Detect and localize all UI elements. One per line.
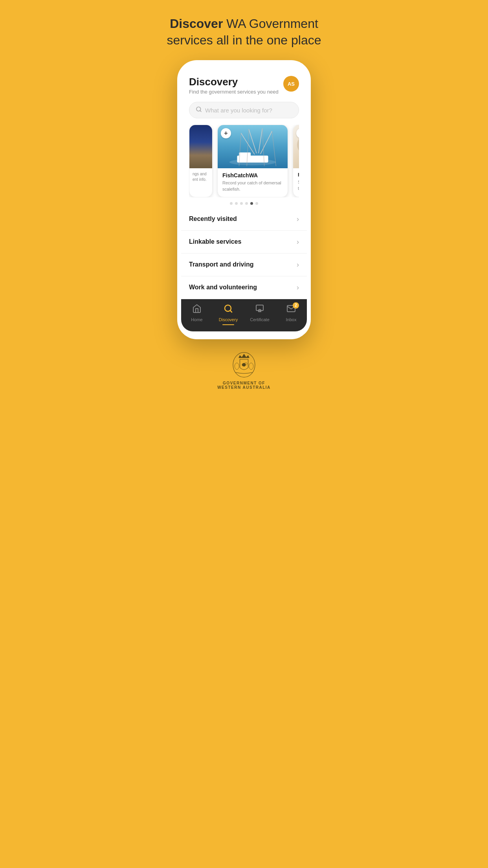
dot-5 xyxy=(250,202,253,205)
app-subtitle: Find the government services you need xyxy=(189,89,279,95)
dot-1 xyxy=(230,202,233,205)
menu-list: Recently visited › Linkable services › T… xyxy=(181,208,307,299)
svg-rect-4 xyxy=(239,153,251,156)
menu-item-work-volunteering[interactable]: Work and volunteering › xyxy=(181,276,307,299)
search-container: What are you looking for? xyxy=(181,99,307,125)
phone-screen: Discovery Find the government services y… xyxy=(181,68,307,331)
gov-line1: GOVERNMENT OF xyxy=(217,381,271,385)
certificate-icon xyxy=(255,304,264,316)
card-desc-fishcatch: Record your catch of demersal scalefish. xyxy=(222,180,283,192)
gov-text: GOVERNMENT OF WESTERN AUSTRALIA xyxy=(217,381,271,390)
svg-point-13 xyxy=(297,135,299,154)
search-placeholder: What are you looking for? xyxy=(205,107,272,114)
dot-4 xyxy=(245,202,248,205)
nav-label-discovery: Discovery xyxy=(219,317,238,322)
menu-label-transport-driving: Transport and driving xyxy=(189,261,253,268)
app-header: Discovery Find the government services y… xyxy=(181,68,307,99)
nav-item-discovery[interactable]: Discovery xyxy=(216,304,240,325)
carousel-dots xyxy=(181,202,307,205)
gov-line2: WESTERN AUSTRALIA xyxy=(217,385,271,390)
svg-line-6 xyxy=(249,129,257,153)
partial-text-1: ngs and xyxy=(193,171,209,177)
svg-point-20 xyxy=(235,363,239,370)
card-body-fuelwa: FuelWa See up to d... xyxy=(293,168,299,196)
card-body-fishcatch: FishCatchWA Record your catch of demersa… xyxy=(218,168,288,197)
partial-text-2: ent info. xyxy=(193,177,209,182)
bottom-nav: Home Discovery xyxy=(181,299,307,331)
card-partial-left: ngs and ent info. xyxy=(189,125,213,197)
nav-active-indicator xyxy=(222,324,234,325)
header-left: Discovery Find the government services y… xyxy=(189,76,279,95)
svg-line-5 xyxy=(241,133,255,154)
carousel-track: ngs and ent info. xyxy=(189,125,299,197)
discovery-icon xyxy=(224,304,233,316)
card-plus-button[interactable]: + xyxy=(221,128,231,138)
nav-item-inbox[interactable]: 2 Inbox xyxy=(279,304,303,325)
nav-item-home[interactable]: Home xyxy=(185,304,209,325)
menu-label-recently-visited: Recently visited xyxy=(189,215,237,223)
chevron-icon-linkable-services: › xyxy=(297,238,299,246)
chevron-icon-recently-visited: › xyxy=(297,215,299,223)
nav-label-inbox: Inbox xyxy=(286,317,297,322)
svg-line-7 xyxy=(259,129,262,153)
carousel: ngs and ent info. xyxy=(181,125,307,197)
card-desc-fuelwa: See up to d... xyxy=(298,179,299,191)
app-title: Discovery xyxy=(189,76,279,88)
menu-label-linkable-services: Linkable services xyxy=(189,238,241,245)
card-fuelwa: + FuelWa See up to d... xyxy=(293,125,299,197)
svg-line-16 xyxy=(230,311,232,312)
svg-point-21 xyxy=(249,363,253,370)
card-name-fuelwa: FuelWa xyxy=(298,172,299,178)
dot-2 xyxy=(235,202,238,205)
home-icon xyxy=(192,304,202,316)
hero-title: Discover WA Government services all in t… xyxy=(146,16,342,48)
avatar[interactable]: AS xyxy=(283,76,299,92)
partial-card-body: ngs and ent info. xyxy=(189,168,212,186)
inbox-badge: 2 xyxy=(293,302,299,309)
chevron-icon-transport-driving: › xyxy=(297,261,299,269)
chevron-icon-work-volunteering: › xyxy=(297,283,299,292)
card-image-wrapper: + xyxy=(218,125,288,168)
phone-mockup: Discovery Find the government services y… xyxy=(177,60,311,339)
nav-label-home: Home xyxy=(191,317,202,322)
svg-line-1 xyxy=(200,110,201,112)
menu-item-linkable-services[interactable]: Linkable services › xyxy=(181,231,307,254)
search-icon xyxy=(196,106,202,114)
svg-line-8 xyxy=(261,131,272,154)
menu-item-transport-driving[interactable]: Transport and driving › xyxy=(181,254,307,276)
svg-rect-3 xyxy=(237,156,268,163)
menu-label-work-volunteering: Work and volunteering xyxy=(189,284,257,291)
dot-6 xyxy=(255,202,258,205)
card-fishcatch[interactable]: + FishCatchWA Record your catch of demer… xyxy=(217,125,288,197)
nav-label-certificate: Certificate xyxy=(250,317,270,322)
nav-item-certificate[interactable]: Certificate xyxy=(248,304,272,325)
dot-3 xyxy=(240,202,243,205)
gov-crest-svg xyxy=(230,351,258,379)
search-bar[interactable]: What are you looking for? xyxy=(189,102,299,118)
inbox-icon: 2 xyxy=(286,304,296,316)
menu-item-recently-visited[interactable]: Recently visited › xyxy=(181,208,307,231)
card-image-fire xyxy=(189,125,212,168)
card-image-fuel-wrapper: + xyxy=(293,125,299,168)
gov-logo: GOVERNMENT OF WESTERN AUSTRALIA xyxy=(217,351,271,390)
card-name-fishcatch: FishCatchWA xyxy=(222,172,283,178)
